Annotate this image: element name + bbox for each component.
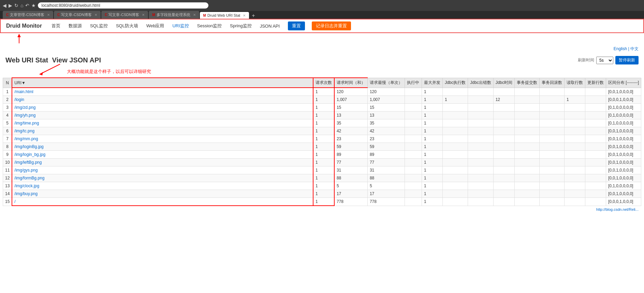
uri-link[interactable]: /img/mm.png <box>14 136 38 141</box>
cell-n: 5 <box>3 119 12 127</box>
reload-icon[interactable]: ↻ <box>14 3 18 8</box>
th-running[interactable]: 执行中 <box>405 78 422 88</box>
cell-n: 2 <box>3 96 12 104</box>
uri-link[interactable]: /img/time.png <box>14 121 39 126</box>
th-jdbc-time[interactable]: Jdbc时间 <box>493 78 514 88</box>
lang-links: English | 中文 <box>614 46 639 52</box>
th-tx-commit[interactable]: 事务提交数 <box>515 78 540 88</box>
cell-uri[interactable]: /login <box>12 96 313 104</box>
cell-concurrent: 1 <box>422 182 442 190</box>
log-reset-button[interactable]: 记录日志并重置 <box>312 21 351 30</box>
cell-uri[interactable]: /img/leftBg.png <box>12 159 313 166</box>
uri-link[interactable]: /login <box>14 97 24 102</box>
nav-spring-monitor[interactable]: Spring监控 <box>229 22 253 30</box>
tab-2[interactable]: C 写文章-CSDN博客 ✕ <box>54 11 101 19</box>
th-time-max[interactable]: 请求最慢（单次） <box>367 78 405 88</box>
nav-sql-monitor[interactable]: SQL监控 <box>89 22 109 30</box>
cell-uri[interactable]: /img/login_bg.jpg <box>12 151 313 159</box>
nav-sql-firewall[interactable]: SQL防火墙 <box>115 22 140 30</box>
close-tab-3[interactable]: ✕ <box>142 13 145 17</box>
pause-refresh-button[interactable]: 暂停刷新 <box>615 56 639 64</box>
tab-4[interactable]: M 多字段批量处理系统 ✕ <box>149 11 199 19</box>
arrow-svg-nav <box>5 34 33 44</box>
bookmark-icon[interactable]: ★ <box>31 3 36 8</box>
annotation-text: 大概功能就是这个样子，以后可以详细研究 <box>67 69 151 75</box>
uri-link[interactable]: /img/yh.png <box>14 113 35 118</box>
cell-tx_commit <box>515 88 540 96</box>
th-requests[interactable]: 请求次数 <box>313 78 334 88</box>
cell-requests: 1 <box>313 135 334 143</box>
home-icon[interactable]: ⌂ <box>20 3 23 8</box>
th-update-rows[interactable]: 更新行数 <box>585 78 606 88</box>
nav-home[interactable]: 首页 <box>50 22 62 30</box>
cell-read_rows <box>565 198 585 206</box>
cell-jdbc_time <box>493 174 514 182</box>
footer-link[interactable]: http://blog.csdn.net/Reli... <box>596 207 639 211</box>
tab-5[interactable]: M Druid Web URI Stat ✕ <box>200 12 249 19</box>
nav-json-api[interactable]: JSON API <box>259 23 281 29</box>
cell-jdbc_time <box>493 112 514 119</box>
nav-web-app[interactable]: Web应用 <box>145 22 166 30</box>
uri-link[interactable]: /main.html <box>14 89 33 94</box>
cell-uri[interactable]: /img/yh.png <box>12 112 313 119</box>
cell-running <box>405 104 422 112</box>
uri-link[interactable]: /img/formBg.png <box>14 176 44 180</box>
cell-uri[interactable]: /img/gys.png <box>12 166 313 174</box>
cell-requests: 1 <box>313 174 334 182</box>
th-read-rows[interactable]: 读取行数 <box>565 78 585 88</box>
cell-concurrent: 1 <box>422 198 442 206</box>
chinese-link[interactable]: 中文 <box>630 46 639 51</box>
cell-n: 8 <box>3 143 12 151</box>
cell-requests: 1 <box>313 159 334 166</box>
reset-button[interactable]: 重置 <box>288 21 305 30</box>
svg-marker-3 <box>40 72 43 75</box>
refresh-select[interactable]: 5s 10s 30s <box>596 57 613 64</box>
close-tab-4[interactable]: ✕ <box>193 13 196 17</box>
uri-link[interactable]: /img/gys.png <box>14 168 38 173</box>
th-time-sum[interactable]: 请求时间（和） <box>334 78 368 88</box>
uri-link[interactable]: / <box>14 199 15 204</box>
cell-uri[interactable]: /img/mm.png <box>12 135 313 143</box>
cell-uri[interactable]: /img/tc.png <box>12 127 313 135</box>
cell-uri[interactable]: /img/clock.jpg <box>12 182 313 190</box>
close-tab-2[interactable]: ✕ <box>94 13 97 17</box>
english-link[interactable]: English <box>614 46 627 51</box>
uri-link[interactable]: /img/login_bg.jpg <box>14 152 45 157</box>
address-bar[interactable]: localhost:8080/druid/weburi.html <box>38 2 208 9</box>
back-icon[interactable]: ◀ <box>3 3 6 8</box>
new-tab-icon[interactable]: + <box>250 13 257 19</box>
close-tab-1[interactable]: ✕ <box>47 13 50 17</box>
forward-icon[interactable]: ▶ <box>9 3 12 8</box>
nav-uri-monitor[interactable]: URI监控 <box>171 22 190 30</box>
nav-session-monitor[interactable]: Session监控 <box>196 22 223 30</box>
th-jdbc-err[interactable]: Jdbc出错数 <box>468 78 493 88</box>
uri-link[interactable]: /img/loginBg.jpg <box>14 144 43 149</box>
tab-3[interactable]: C 写文章-CSDN博客 ✕ <box>101 11 148 19</box>
refresh-label: 刷新时间 <box>578 57 594 63</box>
th-jdbc-exec[interactable]: Jdbc执行数 <box>442 78 468 88</box>
uri-link[interactable]: /img/buy.png <box>14 191 38 196</box>
cell-uri[interactable]: /img/time.png <box>12 119 313 127</box>
uri-link[interactable]: /img/leftBg.png <box>14 160 42 165</box>
uri-link[interactable]: /img/tc.png <box>14 129 34 133</box>
nav-datasource[interactable]: 数据源 <box>67 22 83 30</box>
th-concurrent[interactable]: 最大并发 <box>422 78 442 88</box>
cell-uri[interactable]: /img/loginBg.jpg <box>12 143 313 151</box>
uri-link[interactable]: /img/clock.jpg <box>14 184 39 188</box>
cell-uri[interactable]: /img/zd.png <box>12 104 313 112</box>
cell-uri[interactable]: /img/formBg.png <box>12 174 313 182</box>
cell-uri[interactable]: /img/buy.png <box>12 190 313 198</box>
cell-tx_commit <box>515 143 540 151</box>
uri-link[interactable]: /img/zd.png <box>14 105 35 110</box>
th-range[interactable]: 区间分布 [--------] <box>606 78 641 88</box>
close-tab-5[interactable]: ✕ <box>243 14 246 17</box>
history-icon[interactable]: ↶ <box>25 3 29 8</box>
cell-range: [0,1,0,0,0,0,0] <box>606 182 641 190</box>
cell-time_sum: 120 <box>334 88 368 96</box>
th-tx-rollback[interactable]: 事务回滚数 <box>540 78 565 88</box>
tab-1[interactable]: C 文章管理-CSDN博客 ✕ <box>3 11 53 19</box>
cell-uri[interactable]: / <box>12 198 313 206</box>
th-uri[interactable]: URI▼ <box>12 78 313 88</box>
cell-running <box>405 135 422 143</box>
cell-uri[interactable]: /main.html <box>12 88 313 96</box>
